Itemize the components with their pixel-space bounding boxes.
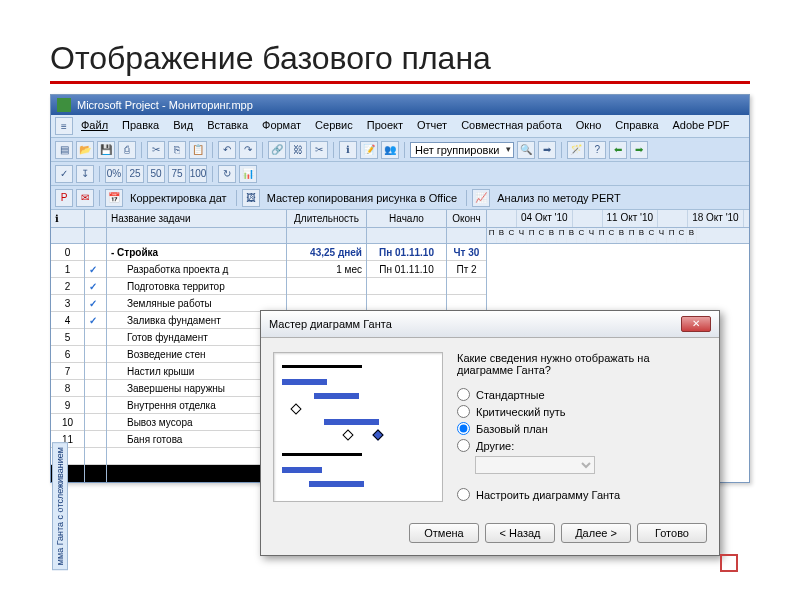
start-cell[interactable]: Пн 01.11.10: [367, 261, 446, 278]
dialog-titlebar[interactable]: Мастер диаграмм Ганта ✕: [261, 311, 719, 338]
col-task[interactable]: Название задачи: [107, 210, 286, 228]
cancel-button[interactable]: Отмена: [409, 523, 479, 543]
row-num[interactable]: 6: [51, 346, 84, 363]
radio-custom[interactable]: Настроить диаграмму Ганта: [457, 488, 707, 501]
pert-icon[interactable]: 📈: [472, 189, 490, 207]
menu-window[interactable]: Окно: [570, 117, 608, 135]
task-cell[interactable]: Разработка проекта д: [107, 261, 286, 278]
check-icon: ✓: [89, 264, 97, 275]
slide-title: Отображение базового плана: [50, 40, 750, 84]
col-start[interactable]: Начало: [367, 210, 446, 228]
split-icon[interactable]: ✂: [310, 141, 328, 159]
forward-icon[interactable]: ➡: [630, 141, 648, 159]
pdf-mail-icon[interactable]: ✉: [76, 189, 94, 207]
menu-help[interactable]: Справка: [609, 117, 664, 135]
new-icon[interactable]: ▤: [55, 141, 73, 159]
radio-critical[interactable]: Критический путь: [457, 405, 707, 418]
link-icon[interactable]: 🔗: [268, 141, 286, 159]
radio-other[interactable]: Другие:: [457, 439, 707, 452]
task-cell[interactable]: Подготовка территор: [107, 278, 286, 295]
row-num[interactable]: 5: [51, 329, 84, 346]
radio-input[interactable]: [457, 488, 470, 501]
wizard-icon[interactable]: 🪄: [567, 141, 585, 159]
pct25-icon[interactable]: 25: [126, 165, 144, 183]
goto-icon[interactable]: ➡: [538, 141, 556, 159]
menu-tools[interactable]: Сервис: [309, 117, 359, 135]
save-icon[interactable]: 💾: [97, 141, 115, 159]
pct0-icon[interactable]: 0%: [105, 165, 123, 183]
menu-collab[interactable]: Совместная работа: [455, 117, 568, 135]
finish-cell[interactable]: Чт 30: [447, 244, 486, 261]
row-num[interactable]: 8: [51, 380, 84, 397]
pdf-icon[interactable]: P: [55, 189, 73, 207]
radio-input[interactable]: [457, 422, 470, 435]
pct100-icon[interactable]: 100: [189, 165, 207, 183]
close-button[interactable]: ✕: [681, 316, 711, 332]
undo-icon[interactable]: ↶: [218, 141, 236, 159]
pert-label[interactable]: Анализ по методу PERT: [493, 190, 625, 206]
baseline-icon[interactable]: 📊: [239, 165, 257, 183]
reschedule-icon[interactable]: ↧: [76, 165, 94, 183]
radio-input[interactable]: [457, 439, 470, 452]
dur-cell[interactable]: 1 мес: [287, 261, 366, 278]
row-num[interactable]: 7: [51, 363, 84, 380]
separator: [466, 190, 467, 206]
radio-standard[interactable]: Стандартные: [457, 388, 707, 401]
grouping-combo[interactable]: Нет группировки: [410, 142, 514, 158]
copypic-icon[interactable]: 🖼: [242, 189, 260, 207]
menu-edit[interactable]: Правка: [116, 117, 165, 135]
dur-cell[interactable]: 43,25 дней: [287, 244, 366, 261]
menu-file[interactable]: Файл: [75, 117, 114, 135]
update-icon[interactable]: ↻: [218, 165, 236, 183]
unlink-icon[interactable]: ⛓: [289, 141, 307, 159]
menu-format[interactable]: Формат: [256, 117, 307, 135]
pct75-icon[interactable]: 75: [168, 165, 186, 183]
back-icon[interactable]: ⬅: [609, 141, 627, 159]
row-num[interactable]: 9: [51, 397, 84, 414]
row-num[interactable]: 10: [51, 414, 84, 431]
track-icon[interactable]: ✓: [55, 165, 73, 183]
paste-icon[interactable]: 📋: [189, 141, 207, 159]
assign-icon[interactable]: 👥: [381, 141, 399, 159]
back-button[interactable]: < Назад: [485, 523, 555, 543]
open-icon[interactable]: 📂: [76, 141, 94, 159]
separator: [99, 190, 100, 206]
finish-button[interactable]: Готово: [637, 523, 707, 543]
pct50-icon[interactable]: 50: [147, 165, 165, 183]
correction-label[interactable]: Корректировка дат: [126, 190, 231, 206]
col-finish[interactable]: Оконч: [447, 210, 486, 228]
radio-baseline[interactable]: Базовый план: [457, 422, 707, 435]
window-title: Microsoft Project - Мониторинг.mpp: [77, 99, 253, 111]
separator: [141, 142, 142, 158]
info-icon[interactable]: ℹ: [339, 141, 357, 159]
next-button[interactable]: Далее >: [561, 523, 631, 543]
finish-cell[interactable]: Пт 2: [447, 261, 486, 278]
row-num[interactable]: 1: [51, 261, 84, 278]
menu-project[interactable]: Проект: [361, 117, 409, 135]
row-num[interactable]: 3: [51, 295, 84, 312]
row-num[interactable]: 4: [51, 312, 84, 329]
menu-adobe[interactable]: Adobe PDF: [667, 117, 736, 135]
row-num[interactable]: 0: [51, 244, 84, 261]
view-tab[interactable]: мма Ганта с отслеживанием: [52, 442, 68, 570]
cut-icon[interactable]: ✂: [147, 141, 165, 159]
notes-icon[interactable]: 📝: [360, 141, 378, 159]
date-icon[interactable]: 📅: [105, 189, 123, 207]
menu-report[interactable]: Отчет: [411, 117, 453, 135]
copypic-label[interactable]: Мастер копирования рисунка в Office: [263, 190, 462, 206]
zoom-in-icon[interactable]: 🔍: [517, 141, 535, 159]
radio-input[interactable]: [457, 405, 470, 418]
redo-icon[interactable]: ↷: [239, 141, 257, 159]
menu-view[interactable]: Вид: [167, 117, 199, 135]
menu-insert[interactable]: Вставка: [201, 117, 254, 135]
radio-input[interactable]: [457, 388, 470, 401]
titlebar: Microsoft Project - Мониторинг.mpp: [51, 95, 749, 115]
print-icon[interactable]: ⎙: [118, 141, 136, 159]
start-cell[interactable]: Пн 01.11.10: [367, 244, 446, 261]
task-cell[interactable]: - Стройка: [107, 244, 286, 261]
row-num[interactable]: 2: [51, 278, 84, 295]
col-duration[interactable]: Длительность: [287, 210, 366, 228]
copy-icon[interactable]: ⎘: [168, 141, 186, 159]
help-icon[interactable]: ?: [588, 141, 606, 159]
system-menu-icon[interactable]: ≡: [55, 117, 73, 135]
